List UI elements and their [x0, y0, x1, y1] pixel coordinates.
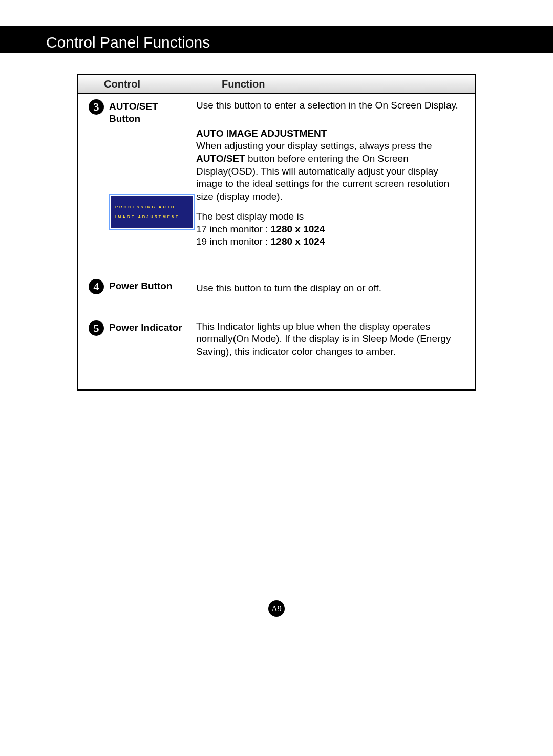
osd-figure-wrap: PROCESSING AUTO IMAGE ADJUSTMENT [109, 194, 196, 230]
desc-text: Use this button to enter a selection in … [196, 99, 464, 112]
number-badge-icon: 4 [89, 279, 104, 294]
page-title: Control Panel Functions [46, 34, 210, 51]
osd-screenshot: PROCESSING AUTO IMAGE ADJUSTMENT [109, 194, 195, 230]
table-row: 3 AUTO/SET Button PROCESSING AUTO IMAGE … [78, 94, 475, 264]
page-number: A9 [0, 600, 553, 617]
osd-line2: IMAGE ADJUSTMENT [115, 212, 189, 222]
table-row: 5 Power Indicator This Indicator lights … [78, 310, 475, 389]
number-badge-icon: 5 [89, 320, 104, 336]
auto-image-adjustment-block: AUTO IMAGE ADJUSTMENT When adjusting you… [196, 127, 464, 248]
best-mode-intro: The best display mode is [196, 210, 464, 223]
function-description: Use this button to turn the display on o… [196, 279, 464, 295]
page-title-band: Control Panel Functions [0, 26, 553, 53]
control-label-line1: Power Button [109, 280, 196, 292]
mode-line-17: 17 inch monitor : 1280 x 1024 [196, 223, 464, 236]
table-header-row: Control Function [78, 75, 475, 94]
row-number-col: 4 [89, 279, 109, 295]
osd-inner: PROCESSING AUTO IMAGE ADJUSTMENT [111, 196, 193, 228]
control-label: Power Button [109, 279, 196, 295]
mode-label: 17 inch monitor : [196, 224, 271, 234]
header-function: Function [217, 75, 475, 93]
sub-heading: AUTO IMAGE ADJUSTMENT [196, 127, 464, 140]
control-label-line2: Button [109, 113, 196, 125]
sub-text-bold: AUTO/SET [196, 153, 245, 164]
page-number-badge: A9 [268, 600, 285, 617]
best-mode-block: The best display mode is 17 inch monitor… [196, 210, 464, 248]
row-number-col: 5 [89, 320, 109, 358]
desc-text: Use this button to turn the display on o… [196, 279, 464, 295]
control-label-line1: Power Indicator [109, 321, 196, 334]
manual-page: Control Panel Functions Control Function… [0, 26, 553, 637]
control-label-line1: AUTO/SET [109, 100, 196, 113]
control-label: AUTO/SET Button PROCESSING AUTO IMAGE AD… [109, 99, 196, 248]
sub-text: When adjusting your display settings, al… [196, 140, 464, 203]
mode-res: 1280 x 1024 [271, 224, 325, 234]
function-description: Use this button to enter a selection in … [196, 99, 464, 248]
row-number-col: 3 [89, 99, 109, 248]
header-control: Control [78, 75, 217, 93]
osd-line1: PROCESSING AUTO [115, 202, 189, 212]
number-badge-icon: 3 [89, 99, 104, 115]
table-row: 4 Power Button Use this button to turn t… [78, 264, 475, 310]
desc-text: This Indicator lights up blue when the d… [196, 320, 464, 358]
control-label: Power Indicator [109, 320, 196, 358]
function-description: This Indicator lights up blue when the d… [196, 320, 464, 358]
functions-table: Control Function 3 AUTO/SET Button PROCE… [77, 74, 476, 391]
mode-label: 19 inch monitor : [196, 236, 271, 247]
mode-line-19: 19 inch monitor : 1280 x 1024 [196, 235, 464, 248]
sub-text-before: When adjusting your display settings, al… [196, 140, 432, 151]
mode-res: 1280 x 1024 [271, 236, 325, 247]
